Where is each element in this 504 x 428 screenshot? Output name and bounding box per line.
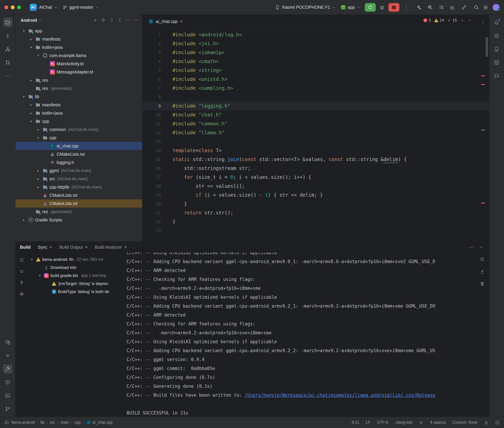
code-line[interactable]: 16 std::ostringstream str; bbox=[142, 164, 489, 173]
build-tree-item[interactable]: ▾!llama.android: fin22 sec, 583 ms bbox=[28, 255, 122, 263]
warnings-badge[interactable]: ! 24 bbox=[434, 18, 444, 23]
close-tab-icon[interactable]: × bbox=[124, 245, 127, 249]
tree-item[interactable]: ▸res bbox=[16, 76, 142, 84]
device-mirror-button[interactable] bbox=[460, 3, 468, 11]
more-tool-button[interactable]: ⋯ bbox=[3, 71, 12, 81]
minimize-window-button[interactable] bbox=[11, 6, 15, 9]
search-everywhere-button[interactable] bbox=[472, 3, 480, 11]
tree-item[interactable]: ▸src[AiChat.lib.main] bbox=[16, 175, 142, 183]
notifications-tool-button[interactable] bbox=[492, 18, 501, 27]
tree-item[interactable]: ▸manifests bbox=[16, 101, 142, 109]
line-number[interactable]: 1 bbox=[142, 30, 162, 39]
pull-requests-tool-button[interactable] bbox=[3, 58, 12, 67]
code-line[interactable]: 8 bbox=[142, 93, 489, 102]
line-number[interactable]: 23 bbox=[142, 226, 162, 235]
line-number[interactable]: 17 bbox=[142, 173, 162, 182]
branch-widget[interactable]: ggml-master bbox=[61, 3, 101, 11]
chevron-open-icon[interactable]: ▾ bbox=[28, 119, 34, 123]
line-number[interactable]: 18 bbox=[142, 182, 162, 191]
code-line[interactable]: 1#include <android/log.h> bbox=[142, 30, 489, 39]
line-number[interactable]: 10 bbox=[142, 110, 162, 119]
tree-item[interactable]: ▾kotlin+java bbox=[16, 43, 142, 51]
code-line[interactable]: 21 return str.str(); bbox=[142, 208, 489, 217]
tree-item[interactable]: res(generated) bbox=[16, 84, 142, 92]
breadcrumb-item[interactable]: src bbox=[50, 420, 55, 425]
more-button[interactable]: ⋯ bbox=[468, 244, 475, 251]
running-devices-tool-button[interactable] bbox=[3, 337, 12, 347]
more-button[interactable]: ⋯ bbox=[125, 17, 132, 24]
chevron-closed-icon[interactable]: ▸ bbox=[36, 169, 41, 173]
errors-badge[interactable]: ! 3 bbox=[423, 18, 431, 23]
checklist-button[interactable] bbox=[437, 3, 445, 11]
tree-item[interactable]: ▸cpp-httplib[AiChat.lib.main] bbox=[16, 183, 142, 191]
chevron-open-icon[interactable]: ▾ bbox=[36, 54, 41, 58]
breadcrumb-item[interactable]: main bbox=[60, 420, 69, 425]
line-number[interactable]: 19 bbox=[142, 191, 162, 199]
line-number[interactable]: 12 bbox=[142, 128, 162, 137]
chevron-closed-icon[interactable]: ▸ bbox=[36, 185, 41, 189]
chevron-closed-icon[interactable]: ▸ bbox=[36, 128, 41, 132]
code-line[interactable]: 13 bbox=[142, 137, 489, 146]
gradle-tool-button[interactable]: G bbox=[492, 31, 501, 41]
rerun-button[interactable] bbox=[19, 257, 25, 263]
debug-button[interactable] bbox=[378, 3, 386, 11]
app-inspection-tool-button[interactable] bbox=[3, 351, 12, 360]
expand-all-button[interactable] bbox=[108, 17, 115, 24]
chevron-closed-icon[interactable]: ▸ bbox=[28, 37, 34, 41]
editor-options-kebab-icon[interactable]: ⋮ bbox=[479, 19, 487, 24]
code-line[interactable]: 22} bbox=[142, 217, 489, 226]
minimize-button[interactable]: − bbox=[478, 244, 485, 251]
profiler-button[interactable] bbox=[449, 3, 457, 11]
project-tool-button[interactable] bbox=[3, 18, 12, 27]
build-tool-button[interactable] bbox=[3, 364, 12, 374]
hide-panel-button[interactable]: − bbox=[133, 17, 140, 24]
line-number[interactable]: 9 bbox=[142, 102, 162, 110]
tree-item[interactable]: ▾app bbox=[16, 27, 142, 35]
soft-wrap-button[interactable] bbox=[479, 256, 486, 263]
tab-build-analyzer[interactable]: Build Analyzer× bbox=[95, 245, 127, 250]
context-widget[interactable]: Context: None bbox=[452, 420, 478, 425]
line-number[interactable]: 4 bbox=[142, 57, 162, 66]
tree-item[interactable]: CMakeLists.txt bbox=[16, 199, 142, 208]
console-link[interactable]: /Users/hanyin/Workspace/ai-chat/examples… bbox=[245, 393, 435, 398]
ai-assistant-button[interactable] bbox=[415, 3, 423, 11]
code-line[interactable]: 9#include "logging.h" bbox=[142, 102, 489, 110]
code-line[interactable]: 20 } bbox=[142, 199, 489, 208]
build-tree-item[interactable]: iBuildType 'debug' is both de bbox=[28, 288, 122, 296]
line-number[interactable]: 14 bbox=[142, 146, 162, 155]
line-number[interactable]: 13 bbox=[142, 137, 162, 146]
editor-scrollbar[interactable] bbox=[486, 37, 488, 57]
run-config-selector[interactable]: app bbox=[339, 3, 362, 11]
code-line[interactable]: 15static std::string join(const std::vec… bbox=[142, 155, 489, 164]
version-control-tool-button[interactable] bbox=[3, 404, 12, 414]
inspections-widget[interactable]: ! 3 ! 24 ✓ 15 bbox=[422, 17, 474, 24]
chevron-open-icon[interactable]: ▾ bbox=[37, 274, 42, 278]
line-number[interactable]: 3 bbox=[142, 48, 162, 57]
structure-tool-button[interactable] bbox=[3, 45, 12, 54]
commit-tool-button[interactable] bbox=[3, 31, 12, 41]
indent-style[interactable]: 4 spaces bbox=[430, 420, 446, 425]
chevron-open-icon[interactable]: ▾ bbox=[21, 95, 26, 99]
tree-item[interactable]: ▸GGradle Scripts bbox=[16, 216, 142, 224]
line-number[interactable]: 16 bbox=[142, 164, 162, 173]
run-options-kebab-icon[interactable]: ⋮ bbox=[402, 5, 410, 10]
locate-button[interactable] bbox=[100, 17, 107, 24]
scroll-to-end-button[interactable] bbox=[479, 268, 486, 275]
chevron-closed-icon[interactable]: ▸ bbox=[21, 218, 26, 222]
inspections-status-icon[interactable] bbox=[495, 420, 500, 425]
tab-ai_chat-cpp[interactable]: C ai_chat.cpp × bbox=[144, 15, 187, 28]
tree-item[interactable]: ▸common[AiChat.lib.main] bbox=[16, 125, 142, 134]
chevron-closed-icon[interactable]: ▸ bbox=[28, 103, 34, 107]
tab-build-output[interactable]: Build Output× bbox=[59, 245, 88, 250]
tab-sync[interactable]: Sync× bbox=[38, 245, 52, 250]
filter-button[interactable] bbox=[19, 291, 25, 297]
build-console[interactable]: C/C++: -- Using KleidiAI optimized kerne… bbox=[122, 253, 489, 417]
formatting-icon[interactable] bbox=[419, 420, 424, 425]
tree-item[interactable]: res(generated) bbox=[16, 208, 142, 216]
terminal-tool-button[interactable] bbox=[3, 391, 12, 400]
project-widget[interactable]: AC AiChat bbox=[28, 2, 60, 12]
code-line[interactable]: 4#include <cmath> bbox=[142, 57, 489, 66]
chevron-open-icon[interactable]: ▾ bbox=[28, 45, 34, 49]
line-number[interactable]: 5 bbox=[142, 66, 162, 75]
code-line[interactable]: 14template<class T> bbox=[142, 146, 489, 155]
